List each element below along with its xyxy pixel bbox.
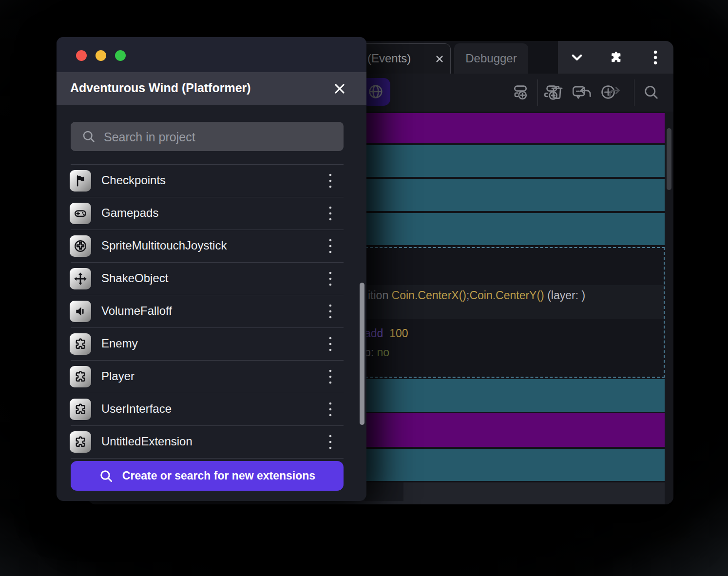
- redo-icon[interactable]: [606, 83, 624, 101]
- item-menu-dots-icon[interactable]: [324, 172, 337, 190]
- item-menu-dots-icon[interactable]: [324, 270, 337, 288]
- search-input[interactable]: [103, 122, 339, 152]
- project-search: [71, 122, 344, 151]
- list-item-label: Checkpoints: [101, 173, 166, 187]
- tab-close-icon[interactable]: [433, 53, 446, 65]
- close-traffic-light[interactable]: [76, 50, 87, 61]
- list-item-label: Player: [101, 369, 134, 383]
- add-event-icon[interactable]: [512, 83, 529, 101]
- list-item-label: SpriteMultitouchJoystick: [101, 239, 227, 252]
- project-manager-dialog: Adventurous Wind (Platformer) Checkpoint…: [57, 37, 366, 501]
- dialog-header: Adventurous Wind (Platformer): [57, 72, 366, 105]
- event-action-text: p: no: [364, 346, 389, 359]
- extensions-puzzle-icon[interactable]: [606, 48, 626, 67]
- tab-debugger[interactable]: Debugger: [454, 43, 528, 74]
- joystick-icon: [70, 235, 91, 257]
- gamepad-icon: [70, 203, 91, 224]
- toolbar-divider: [537, 79, 538, 106]
- toolbar-search-icon[interactable]: [642, 83, 660, 101]
- list-item-untitledextension[interactable]: UntitledExtension: [71, 426, 344, 459]
- dialog-scrollbar-thumb[interactable]: [360, 283, 364, 425]
- item-menu-dots-icon[interactable]: [324, 401, 337, 418]
- list-item-userinterface[interactable]: UserInterface: [71, 393, 344, 426]
- window-menu-dots-icon[interactable]: [646, 48, 665, 67]
- dialog-titlebar-strip: [57, 37, 366, 72]
- create-extension-button[interactable]: Create or search for new extensions: [71, 461, 344, 491]
- puzzle-icon: [70, 366, 91, 387]
- item-menu-dots-icon[interactable]: [324, 303, 337, 320]
- window-header-panel: [558, 41, 673, 74]
- trash-icon[interactable]: [548, 83, 566, 101]
- event-action-text: add 100: [364, 327, 408, 340]
- chevron-down-icon[interactable]: [567, 48, 587, 67]
- search-icon: [81, 129, 96, 144]
- dialog-title: Adventurous Wind (Platformer): [70, 81, 251, 95]
- events-scrollbar-track[interactable]: [665, 112, 673, 504]
- item-menu-dots-icon[interactable]: [324, 368, 337, 385]
- move-arrows-icon: [70, 268, 91, 289]
- item-menu-dots-icon[interactable]: [324, 335, 337, 353]
- puzzle-icon: [70, 333, 91, 355]
- puzzle-icon: [70, 399, 91, 420]
- puzzle-icon: [70, 431, 91, 453]
- list-item-player[interactable]: Player: [71, 361, 344, 393]
- item-menu-dots-icon[interactable]: [324, 433, 337, 451]
- list-item-label: Gamepads: [101, 206, 158, 220]
- list-item-label: Enemy: [101, 337, 138, 350]
- minimize-traffic-light[interactable]: [96, 50, 106, 61]
- maximize-traffic-light[interactable]: [115, 50, 126, 61]
- list-item-label: VolumeFalloff: [101, 304, 172, 318]
- toolbar-divider: [634, 79, 634, 106]
- close-icon[interactable]: [332, 81, 347, 96]
- create-extension-label: Create or search for new extensions: [122, 469, 315, 482]
- list-item-gamepads[interactable]: Gamepads: [71, 197, 344, 230]
- event-action-text: ition Coin.CenterX();Coin.CenterY() (lay…: [368, 289, 585, 302]
- extension-list: Checkpoints Gamepads SpriteMultitouchJoy…: [71, 164, 344, 459]
- volume-icon: [70, 301, 91, 322]
- undo-icon[interactable]: [576, 83, 594, 101]
- list-item-volumefalloff[interactable]: VolumeFalloff: [71, 295, 344, 328]
- search-icon: [99, 469, 114, 483]
- list-item-label: ShakeObject: [101, 271, 168, 285]
- events-scrollbar-thumb[interactable]: [667, 128, 671, 190]
- list-item-label: UserInterface: [101, 402, 172, 416]
- flag-icon: [70, 170, 91, 192]
- list-item-joystick[interactable]: SpriteMultitouchJoystick: [71, 230, 344, 263]
- list-item-checkpoints[interactable]: Checkpoints: [71, 164, 344, 197]
- item-menu-dots-icon[interactable]: [324, 205, 337, 222]
- tab-events-label: (Events): [367, 52, 411, 65]
- screen-backdrop: (Events) Debugger: [0, 0, 728, 576]
- list-item-label: UntitledExtension: [101, 435, 192, 448]
- list-item-shakeobject[interactable]: ShakeObject: [71, 263, 344, 295]
- item-menu-dots-icon[interactable]: [324, 237, 337, 255]
- event-sheet-footer-patch: [364, 482, 403, 501]
- list-item-enemy[interactable]: Enemy: [71, 328, 344, 361]
